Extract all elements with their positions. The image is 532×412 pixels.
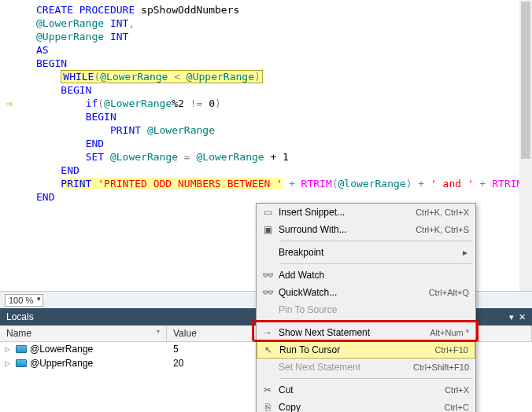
code-token: @lowerRange xyxy=(338,178,406,189)
code-token: + 1 xyxy=(264,151,289,163)
code-token: + xyxy=(474,178,492,189)
menu-show-next-statement[interactable]: →Show Next StatementAlt+Num * xyxy=(257,324,475,341)
code-token: %2 xyxy=(172,97,190,109)
code-token: , xyxy=(128,17,135,29)
scrollbar-thumb[interactable] xyxy=(521,2,530,159)
code-token: END xyxy=(86,138,104,149)
arrow-icon: → xyxy=(257,327,279,338)
surround-icon: ▣ xyxy=(257,224,279,235)
zoom-value: 100 % xyxy=(9,296,33,305)
code-token: CREATE xyxy=(36,4,73,16)
tree-toggle-icon[interactable]: ▷ xyxy=(5,345,13,353)
code-token: SET xyxy=(86,151,104,163)
context-menu: ▭Insert Snippet...Ctrl+K, Ctrl+X ▣Surrou… xyxy=(256,203,476,412)
vertical-scrollbar[interactable] xyxy=(519,0,532,291)
code-token: @LowerRange xyxy=(147,124,215,136)
code-token: @LowerRange xyxy=(100,71,168,83)
code-token: ( xyxy=(98,97,104,109)
code-token: ) xyxy=(254,71,260,83)
code-token: INT xyxy=(110,31,128,42)
var-name: @UpperRange xyxy=(30,358,93,369)
code-token: 0 xyxy=(202,97,215,109)
variable-icon xyxy=(16,359,27,367)
code-token: RTRIM xyxy=(492,178,523,189)
code-token: spShowOddNumbers xyxy=(141,4,239,16)
code-token: ( xyxy=(332,178,338,189)
menu-pin-to-source: Pin To Source xyxy=(257,301,475,318)
code-token: + xyxy=(283,178,301,189)
code-token: PROCEDURE xyxy=(79,4,135,16)
panel-close-icon[interactable]: ✕ xyxy=(519,312,526,322)
panel-dropdown-icon[interactable]: ▾ xyxy=(509,312,514,322)
menu-separator xyxy=(280,241,472,241)
menu-set-next-statement: Set Next StatementCtrl+Shift+F10 xyxy=(257,359,475,376)
locals-panel-title: Locals xyxy=(6,311,34,322)
code-token: @UpperRange xyxy=(187,71,254,83)
var-name: @LowerRange xyxy=(30,344,93,355)
code-token: ' and ' xyxy=(430,178,474,189)
code-token: END xyxy=(36,191,54,203)
menu-run-to-cursor[interactable]: ↖Run To CursorCtrl+F10 xyxy=(257,341,475,359)
snippet-icon: ▭ xyxy=(257,207,279,218)
menu-separator xyxy=(280,321,472,322)
code-token: END xyxy=(61,164,79,176)
code-token: BEGIN xyxy=(86,111,116,123)
watch-icon: 👓 xyxy=(257,270,279,281)
code-token: if xyxy=(86,97,98,109)
menu-breakpoint[interactable]: Breakpoint▸ xyxy=(257,244,475,261)
menu-surround-with[interactable]: ▣Surround With...Ctrl+K, Ctrl+S xyxy=(257,221,475,238)
quickwatch-icon: 👓 xyxy=(257,287,279,298)
chevron-down-icon[interactable]: ▾ xyxy=(157,328,160,335)
code-token: @LowerRange xyxy=(36,17,104,29)
cursor-icon: ↖ xyxy=(257,344,279,355)
code-token: 'PRINTED ODD NUMBERS BETWEEN ' xyxy=(98,178,283,189)
code-token: < xyxy=(168,71,186,83)
tree-toggle-icon[interactable]: ▷ xyxy=(5,359,13,367)
code-token: PRINT xyxy=(61,178,91,189)
code-token: != xyxy=(190,97,203,109)
menu-copy[interactable]: ⎘CopyCtrl+C xyxy=(257,399,475,412)
code-token: @LowerRange xyxy=(104,97,172,109)
menu-insert-snippet[interactable]: ▭Insert Snippet...Ctrl+K, Ctrl+X xyxy=(257,204,475,221)
menu-cut[interactable]: ✂CutCtrl+X xyxy=(257,381,475,399)
code-token: @LowerRange xyxy=(110,151,178,163)
code-token: BEGIN xyxy=(36,57,67,69)
menu-add-watch[interactable]: 👓Add Watch xyxy=(257,267,475,284)
code-token: ) xyxy=(215,97,221,109)
copy-icon: ⎘ xyxy=(257,402,279,412)
editor-gutter: ➩ xyxy=(0,0,24,291)
menu-separator xyxy=(280,378,472,379)
cut-icon: ✂ xyxy=(257,384,279,395)
code-token: PRINT xyxy=(110,124,141,136)
zoom-combo[interactable]: 100 % xyxy=(5,294,43,307)
code-token: BEGIN xyxy=(61,84,91,96)
menu-separator xyxy=(280,263,472,264)
variable-icon xyxy=(16,345,27,353)
code-token: @UpperRange xyxy=(36,31,104,42)
code-token: RTRIM xyxy=(301,178,332,189)
code-token: + xyxy=(412,178,430,189)
code-token: AS xyxy=(36,44,49,56)
menu-quickwatch[interactable]: 👓QuickWatch...Ctrl+Alt+Q xyxy=(257,284,475,301)
code-token: WHILE xyxy=(63,71,94,83)
code-token: INT xyxy=(110,17,128,29)
submenu-arrow-icon: ▸ xyxy=(463,247,469,258)
code-token: = xyxy=(178,151,196,163)
code-token: @LowerRange xyxy=(197,151,264,163)
current-line-arrow-icon: ➩ xyxy=(6,97,13,111)
column-header-name[interactable]: Name▾ xyxy=(0,326,167,341)
